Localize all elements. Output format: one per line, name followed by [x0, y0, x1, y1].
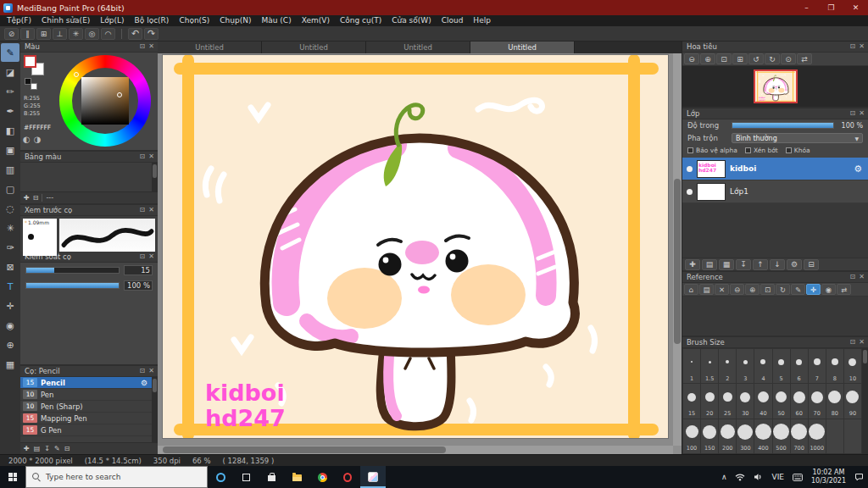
brush-size-100[interactable]: 100 [683, 419, 700, 453]
layer-row-kidboi[interactable]: kidboihd247kidboi⚙ [682, 158, 868, 180]
canvas-viewport[interactable]: kidboi hd247 [158, 53, 682, 454]
brush-size-1000[interactable]: 1000 [809, 419, 826, 453]
menu-item-xem-v[interactable]: Xem(V) [297, 15, 335, 26]
parallel-snap-icon[interactable]: ∥ [20, 28, 35, 40]
volume-icon[interactable] [749, 466, 767, 488]
rotate-left-icon[interactable]: ↺ [748, 53, 764, 64]
select-tool[interactable]: ▢ [1, 180, 19, 198]
store-button[interactable] [259, 466, 284, 488]
close-button[interactable]: ✕ [843, 0, 868, 15]
magic-wand-tool[interactable]: ✳ [1, 219, 19, 237]
ref-pencil-icon[interactable]: ✎ [791, 284, 805, 295]
panel-popout-icon[interactable]: ⊡ [140, 43, 146, 50]
eyedropper-tool[interactable]: ◉ [1, 316, 19, 335]
medibang-taskbar-button[interactable] [360, 466, 386, 488]
brush-size-5[interactable]: 5 [773, 349, 790, 383]
layer-visibility-dot[interactable] [687, 189, 693, 195]
brush-size-10[interactable]: 10 [844, 349, 861, 383]
delete-swatch-icon[interactable]: ⊟ [33, 194, 39, 202]
brush-size-80[interactable]: 80 [826, 384, 843, 418]
lasso-tool[interactable]: ◌ [1, 199, 19, 218]
brush-settings-icon[interactable]: ⚙ [141, 379, 147, 387]
menu-item-b-l-c-r[interactable]: Bộ lọc(R) [130, 15, 175, 26]
select-pen-tool[interactable]: ✑ [1, 238, 19, 257]
fit-window-icon[interactable]: ⊡ [716, 53, 732, 64]
ref-zoom-in-icon[interactable]: ⊕ [745, 284, 760, 295]
gradient-tool[interactable]: ▥ [1, 160, 19, 179]
move-layer-down-icon[interactable]: ↓ [770, 259, 785, 270]
menu-item-c-ng-c-t[interactable]: Công cụ(T) [335, 15, 387, 26]
brush-size-150[interactable]: 150 [701, 419, 718, 453]
layer-settings-icon[interactable]: ⚙ [854, 164, 862, 175]
panel-close-icon[interactable]: ✕ [148, 253, 154, 260]
curve-snap-icon[interactable]: ◠ [101, 28, 115, 40]
brush-size-4[interactable]: 4 [754, 349, 771, 383]
clear-icon[interactable]: ✕ [715, 284, 729, 295]
maximize-button[interactable]: ❐ [819, 0, 843, 15]
wifi-icon[interactable] [731, 466, 749, 488]
language-indicator[interactable]: VIE [767, 466, 788, 488]
brush-item-mapping-pen[interactable]: 15Mapping Pen [20, 413, 158, 424]
panel-popout-icon[interactable]: ⊡ [850, 274, 856, 280]
ref-flip-icon[interactable]: ⇄ [837, 284, 851, 295]
delete-brush-icon[interactable]: ⊟ [64, 445, 70, 452]
brush-size-8[interactable]: 8 [826, 349, 843, 383]
eraser-tool[interactable]: ◪ [1, 63, 19, 81]
menu-item-ch-p-n[interactable]: Chụp(N) [214, 15, 256, 26]
action-center-icon[interactable] [850, 466, 868, 488]
brush-size-slider[interactable]: 15 [20, 263, 158, 278]
menu-item-cloud[interactable]: Cloud [437, 15, 469, 26]
cortana-button[interactable] [208, 466, 233, 488]
brush-item-pen[interactable]: 10Pen [20, 389, 158, 401]
brush-size-25[interactable]: 25 [719, 384, 736, 418]
radial-snap-icon[interactable]: ✳ [69, 28, 83, 40]
open-image-icon[interactable]: ▤ [699, 284, 714, 295]
saturation-marker[interactable] [117, 92, 122, 97]
menu-item-ch-nh-s-a-e[interactable]: Chỉnh sửa(E) [36, 15, 95, 26]
palette-scrollbar[interactable] [152, 163, 158, 191]
color-bar-mode-icon[interactable]: ◑ [34, 135, 42, 144]
menu-item-c-a-s-w[interactable]: Cửa sổ(W) [387, 15, 436, 26]
brush-size-1[interactable]: 1 [683, 349, 700, 383]
layer-row-l-p1[interactable]: Lớp1 [682, 180, 868, 203]
tab-untitled-4[interactable]: Untitled [470, 42, 575, 53]
color-wheel-mode-icon[interactable]: ◐ [23, 135, 31, 144]
fill-tool[interactable]: ◧ [1, 121, 19, 140]
edit-brush-icon[interactable]: ✎ [54, 445, 60, 452]
brush-size-500[interactable]: 500 [773, 419, 790, 453]
panel-close-icon[interactable]: ✕ [859, 43, 865, 50]
save-brush-icon[interactable]: ↧ [44, 445, 50, 452]
brush-item-pencil[interactable]: 15Pencil⚙ [20, 377, 158, 389]
taskbar-clock[interactable]: 10:02 AM 10/3/2021 [807, 466, 850, 488]
canvas-horizontal-scrollbar[interactable] [158, 446, 673, 454]
new-brush-icon[interactable]: ✚ [24, 445, 30, 452]
checkbox-b-o-v-alpha[interactable]: Bảo vệ alpha [687, 147, 737, 154]
brush-size-60[interactable]: 60 [791, 384, 808, 418]
checkbox-kh-a[interactable]: Khóa [786, 147, 810, 154]
slider-track[interactable] [25, 282, 120, 289]
panel-popout-icon[interactable]: ⊡ [140, 153, 146, 160]
panel-close-icon[interactable]: ✕ [859, 110, 865, 117]
layer-settings-icon[interactable]: ⚙ [787, 259, 802, 270]
brush-list-scrollbar[interactable] [152, 377, 158, 442]
duplicate-layer-icon[interactable]: ▦ [719, 259, 734, 270]
panel-popout-icon[interactable]: ⊡ [140, 253, 146, 260]
zoom-in-icon[interactable]: ⊕ [700, 53, 715, 64]
canvas-vertical-scrollbar[interactable] [673, 53, 682, 446]
canvas[interactable]: kidboi hd247 [163, 55, 668, 438]
ellipse-snap-icon[interactable]: ◎ [85, 28, 99, 40]
delete-layer-icon[interactable]: ⊟ [804, 259, 819, 270]
brush-size-2[interactable]: 2 [719, 349, 736, 383]
new-layer-icon[interactable]: ✚ [685, 259, 700, 270]
brush-size-300[interactable]: 300 [737, 419, 754, 453]
brush-size-50[interactable]: 50 [773, 384, 790, 418]
panel-popout-icon[interactable]: ⊡ [850, 339, 856, 346]
brush-size-30[interactable]: 30 [737, 384, 754, 418]
divide-tool[interactable]: ▦ [1, 355, 19, 374]
panel-close-icon[interactable]: ✕ [148, 207, 154, 214]
layer-visibility-dot[interactable] [687, 166, 693, 172]
tray-expand-button[interactable]: ∧ [717, 466, 732, 488]
airbrush-tool[interactable]: ✒ [1, 102, 19, 120]
brush-item-pen-sharp[interactable]: 10Pen (Sharp) [20, 401, 158, 413]
brush-item-g-pen[interactable]: 15G Pen [20, 424, 158, 436]
